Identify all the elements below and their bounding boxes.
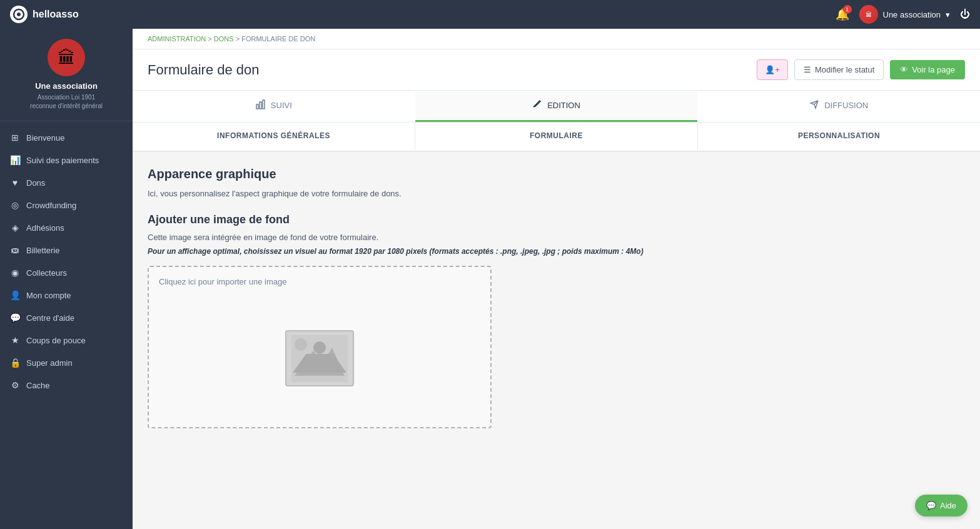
sidebar-item-adhesions[interactable]: ◈ Adhésions [0, 216, 133, 239]
help-chat-icon: 💬 [926, 501, 936, 510]
user-icon: 👤 [10, 290, 20, 300]
voir-page-button[interactable]: 👁 Voir la page [890, 60, 965, 79]
svg-rect-3 [260, 102, 261, 109]
svg-point-8 [295, 338, 307, 351]
sidebar-item-centre-aide[interactable]: 💬 Centre d'aide [0, 306, 133, 329]
sidebar-item-mon-compte[interactable]: 👤 Mon compte [0, 284, 133, 306]
tabs-secondary: INFORMATIONS GÉNÉRALES FORMULAIRE PERSON… [133, 123, 980, 152]
main-content: ADMINISTRATION > DONS > FORMULAIRE DE DO… [133, 29, 980, 529]
tabs-primary: SUIVI EDITION DIFFUSION [133, 91, 980, 123]
add-member-button[interactable]: 👤+ [757, 59, 788, 80]
tab-infos-label: INFORMATIONS GÉNÉRALES [217, 131, 330, 140]
edit-tab-icon [532, 99, 542, 111]
sidebar-item-label: Collecteurs [26, 268, 67, 278]
sidebar-item-label: Crowdfunding [26, 201, 76, 210]
heart-icon: ♥ [10, 178, 20, 188]
logo-circle [10, 6, 28, 23]
topnav-right: 🔔 1 🏛 Une association ▾ ⏻ [836, 5, 971, 24]
sidebar-item-bienvenue[interactable]: ⊞ Bienvenue [0, 126, 133, 149]
topnav-left: helloasso [10, 6, 79, 23]
subsection-desc: Cette image sera intégrée en image de fo… [148, 233, 965, 242]
chart-tab-icon [256, 99, 266, 111]
user-menu-button[interactable]: 🏛 Une association ▾ [859, 5, 951, 24]
sidebar-item-label: Adhésions [26, 223, 64, 233]
sidebar-item-label: Billetterie [26, 246, 59, 255]
subsection-title: Ajouter une image de fond [148, 213, 965, 226]
sidebar: 🏛 Une association Association Loi 1901 r… [0, 29, 133, 529]
sidebar-item-collecteurs[interactable]: ◉ Collecteurs [0, 261, 133, 284]
modifier-statut-label: Modifier le statut [815, 65, 874, 74]
collecteurs-icon: ◉ [10, 268, 20, 278]
sidebar-nav: ⊞ Bienvenue 📊 Suivi des paiements ♥ Dons… [0, 121, 133, 401]
send-tab-icon [809, 99, 819, 111]
section-desc: Ici, vous personnalisez l'aspect graphiq… [148, 189, 965, 198]
org-sub2: reconnue d'intérêt général [10, 102, 123, 111]
logout-button[interactable]: ⏻ [960, 9, 970, 20]
help-icon: 💬 [10, 313, 20, 323]
notification-button[interactable]: 🔔 1 [836, 8, 849, 21]
tab-suivi-label: SUIVI [271, 101, 292, 110]
org-sub1: Association Loi 1901 [10, 93, 123, 102]
tab-informations-generales[interactable]: INFORMATIONS GÉNÉRALES [133, 123, 415, 151]
gear-icon: ⚙ [10, 380, 20, 390]
user-name: Une association [883, 10, 941, 19]
sidebar-item-dons[interactable]: ♥ Dons [0, 171, 133, 194]
sidebar-item-label: Dons [26, 178, 45, 188]
breadcrumb-sep1: > [208, 35, 213, 43]
chart-icon: 📊 [10, 155, 20, 165]
avatar-image: 🏛 [859, 5, 878, 24]
eye-icon: 👁 [900, 65, 908, 74]
avatar: 🏛 [859, 5, 878, 24]
section-title: Apparence graphique [148, 167, 965, 181]
sidebar-org: 🏛 Une association Association Loi 1901 r… [0, 29, 133, 121]
help-button[interactable]: 💬 Aide [915, 495, 967, 516]
tab-personnalisation-label: PERSONNALISATION [798, 131, 880, 140]
breadcrumb-admin[interactable]: ADMINISTRATION [148, 35, 206, 43]
tab-edition[interactable]: EDITION [415, 91, 698, 122]
add-member-icon: 👤+ [765, 65, 780, 74]
modifier-statut-button[interactable]: ☰ Modifier le statut [794, 59, 884, 80]
help-label: Aide [940, 501, 956, 510]
svg-point-1 [17, 13, 21, 16]
sidebar-item-suivi-paiements[interactable]: 📊 Suivi des paiements [0, 149, 133, 171]
notification-badge: 1 [843, 5, 852, 14]
tab-personnalisation[interactable]: PERSONNALISATION [698, 123, 980, 151]
breadcrumb-sep2: > [236, 35, 241, 43]
sidebar-item-coups-pouce[interactable]: ★ Coups de pouce [0, 329, 133, 351]
sidebar-item-label: Cache [26, 381, 50, 390]
subsection-note: Pour un affichage optimal, choisissez un… [148, 247, 965, 256]
adhesions-icon: ◈ [10, 223, 20, 233]
breadcrumb: ADMINISTRATION > DONS > FORMULAIRE DE DO… [133, 29, 980, 49]
sidebar-item-cache[interactable]: ⚙ Cache [0, 374, 133, 396]
tab-diffusion[interactable]: DIFFUSION [697, 91, 980, 122]
tab-diffusion-label: DIFFUSION [824, 101, 868, 110]
image-placeholder [285, 330, 354, 386]
breadcrumb-dons[interactable]: DONS [214, 35, 234, 43]
sidebar-item-label: Mon compte [26, 291, 71, 300]
svg-rect-4 [263, 100, 265, 109]
page-title: Formulaire de don [148, 62, 260, 78]
list-icon: ☰ [804, 65, 811, 74]
org-sub: Association Loi 1901 reconnue d'intérêt … [10, 93, 123, 111]
image-upload-area[interactable]: Cliquez ici pour importer une image [148, 266, 492, 428]
sidebar-item-super-admin[interactable]: 🔒 Super admin [0, 351, 133, 374]
brand-name: helloasso [33, 9, 79, 20]
page-header: Formulaire de don 👤+ ☰ Modifier le statu… [133, 49, 980, 91]
sidebar-item-billetterie[interactable]: 🎟 Billetterie [0, 239, 133, 261]
breadcrumb-current: FORMULAIRE DE DON [241, 35, 315, 43]
svg-rect-2 [256, 104, 258, 109]
upload-hint: Cliquez ici pour importer une image [159, 277, 286, 286]
chevron-down-icon: ▾ [946, 10, 950, 19]
sidebar-item-label: Centre d'aide [26, 313, 74, 323]
star-icon: ★ [10, 335, 20, 345]
sidebar-item-crowdfunding[interactable]: ◎ Crowdfunding [0, 194, 133, 216]
tab-suivi[interactable]: SUIVI [133, 91, 415, 122]
sidebar-item-label: Coups de pouce [26, 336, 86, 345]
tab-edition-label: EDITION [547, 101, 580, 110]
page-actions: 👤+ ☰ Modifier le statut 👁 Voir la page [757, 59, 965, 80]
tab-formulaire-label: FORMULAIRE [530, 131, 583, 140]
org-name: Une association [10, 81, 123, 91]
sidebar-item-label: Super admin [26, 358, 73, 368]
crowdfunding-icon: ◎ [10, 200, 20, 210]
tab-formulaire[interactable]: FORMULAIRE [415, 123, 698, 151]
